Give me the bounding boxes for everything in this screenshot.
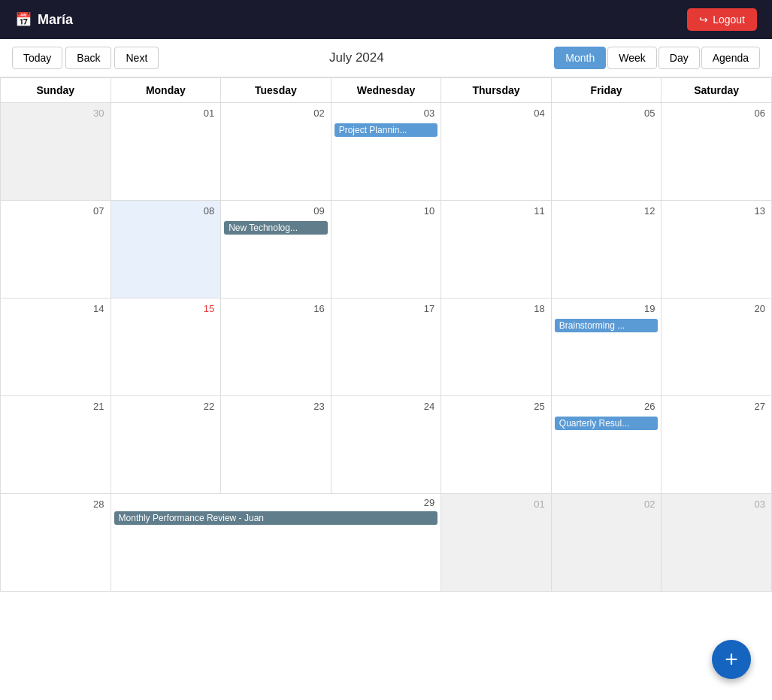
week-row: 30 01 02 03 Project Plannin... 04 05 (1, 103, 772, 201)
table-row[interactable]: 14 (1, 298, 111, 396)
day-number: 09 (224, 204, 328, 218)
logout-button[interactable]: ↪ Logout (687, 8, 757, 31)
day-number: 06 (665, 106, 768, 120)
event-quarterly-results[interactable]: Quarterly Resul... (555, 417, 658, 430)
table-row[interactable]: 13 (661, 201, 772, 298)
event-project-planning[interactable]: Project Plannin... (335, 123, 438, 137)
day-number: 02 (555, 497, 658, 511)
day-number: 15 (114, 302, 218, 316)
col-saturday: Saturday (661, 78, 772, 103)
event-brainstorming[interactable]: Brainstorming ... (555, 319, 658, 332)
view-buttons: Month Week Day Agenda (554, 47, 760, 69)
calendar-wrapper: Sunday Monday Tuesday Wednesday Thursday… (0, 77, 772, 592)
week-row: 14 15 16 17 18 19 Brainstorming ... (1, 298, 772, 396)
table-row[interactable]: 03 Project Plannin... (331, 103, 441, 201)
day-number: 26 (555, 399, 658, 414)
day-number: 16 (224, 302, 328, 316)
view-agenda-button[interactable]: Agenda (701, 47, 760, 69)
day-number: 20 (665, 302, 768, 316)
table-row[interactable]: 02 (221, 103, 332, 201)
table-row[interactable]: 27 (661, 396, 772, 494)
table-row[interactable]: 28 (1, 494, 111, 592)
view-week-button[interactable]: Week (607, 47, 657, 69)
col-monday: Monday (111, 78, 221, 103)
day-number: 13 (665, 204, 768, 218)
day-number: 24 (335, 399, 438, 414)
day-number: 03 (335, 106, 438, 120)
day-number: 22 (114, 399, 218, 414)
calendar-icon: 📅 (15, 11, 32, 28)
table-row[interactable]: 07 (1, 201, 111, 298)
table-row[interactable]: 18 (441, 298, 552, 396)
day-number: 17 (335, 302, 438, 316)
day-number: 12 (555, 204, 658, 218)
day-number: 10 (335, 204, 438, 218)
event-new-technology[interactable]: New Technolog... (224, 221, 328, 235)
day-number: 29 (111, 494, 441, 511)
event-monthly-performance-review[interactable]: Monthly Performance Review - Juan (114, 511, 438, 525)
day-number: 14 (4, 302, 107, 316)
col-friday: Friday (551, 78, 661, 103)
brand: 📅 María (15, 11, 73, 28)
table-row[interactable]: 25 (441, 396, 552, 494)
day-number: 21 (4, 399, 107, 414)
table-row[interactable]: 21 (1, 396, 111, 494)
view-month-button[interactable]: Month (554, 47, 606, 69)
week-row: 28 29 Monthly Performance Review - Juan … (1, 494, 772, 592)
table-row[interactable]: 01 (441, 494, 552, 592)
table-row[interactable]: 26 Quarterly Resul... (551, 396, 661, 494)
table-row[interactable]: 02 (551, 494, 661, 592)
table-row[interactable]: 30 (1, 103, 111, 201)
table-row[interactable]: 08 (111, 201, 221, 298)
calendar-table: Sunday Monday Tuesday Wednesday Thursday… (0, 77, 772, 592)
day-number: 03 (665, 497, 768, 511)
col-wednesday: Wednesday (331, 78, 441, 103)
table-row[interactable]: 09 New Technolog... (221, 201, 332, 298)
view-day-button[interactable]: Day (658, 47, 700, 69)
day-number: 01 (444, 497, 548, 511)
day-number: 01 (114, 106, 218, 120)
navbar: 📅 María ↪ Logout (0, 0, 772, 39)
days-of-week-row: Sunday Monday Tuesday Wednesday Thursday… (1, 78, 772, 103)
table-row[interactable]: 17 (331, 298, 441, 396)
day-number: 02 (224, 106, 328, 120)
table-row[interactable]: 23 (221, 396, 332, 494)
day-number: 04 (444, 106, 548, 120)
day-number: 30 (4, 106, 107, 120)
col-sunday: Sunday (1, 78, 111, 103)
toolbar: Today Back Next July 2024 Month Week Day… (0, 39, 772, 77)
day-number: 07 (4, 204, 107, 218)
table-row[interactable]: 20 (661, 298, 772, 396)
day-number: 05 (555, 106, 658, 120)
brand-name: María (38, 12, 73, 28)
table-row[interactable]: 24 (331, 396, 441, 494)
day-number: 25 (444, 399, 548, 414)
table-row[interactable]: 16 (221, 298, 332, 396)
table-row[interactable]: 11 (441, 201, 552, 298)
table-row[interactable]: 15 (111, 298, 221, 396)
week-row: 07 08 09 New Technolog... 10 11 12 (1, 201, 772, 298)
week-row: 21 22 23 24 25 26 Quarterly Resul... (1, 396, 772, 494)
logout-icon: ↪ (699, 14, 708, 26)
table-row-span[interactable]: 29 Monthly Performance Review - Juan (111, 494, 441, 592)
next-button[interactable]: Next (114, 47, 159, 69)
table-row[interactable]: 03 (661, 494, 772, 592)
table-row[interactable]: 10 (331, 201, 441, 298)
back-button[interactable]: Back (65, 47, 111, 69)
table-row[interactable]: 06 (661, 103, 772, 201)
day-number: 27 (665, 399, 768, 414)
table-row[interactable]: 04 (441, 103, 552, 201)
col-tuesday: Tuesday (221, 78, 332, 103)
table-row[interactable]: 19 Brainstorming ... (551, 298, 661, 396)
today-button[interactable]: Today (12, 47, 62, 69)
logout-label: Logout (713, 14, 745, 26)
table-row[interactable]: 05 (551, 103, 661, 201)
table-row[interactable]: 22 (111, 396, 221, 494)
day-number: 08 (114, 204, 218, 218)
table-row[interactable]: 12 (551, 201, 661, 298)
col-thursday: Thursday (441, 78, 552, 103)
day-number: 18 (444, 302, 548, 316)
table-row[interactable]: 01 (111, 103, 221, 201)
calendar-title: July 2024 (165, 50, 548, 65)
nav-buttons: Today Back Next (12, 47, 159, 69)
